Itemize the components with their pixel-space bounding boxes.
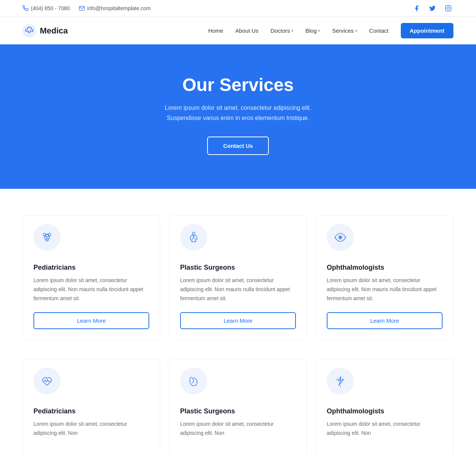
svg-point-11 [192, 232, 195, 235]
service-card-pediatricians: Pediatricians Lorem ipsum dolor sit amet… [23, 215, 160, 340]
doctors-chevron-icon: ▾ [291, 29, 293, 33]
contact-us-button[interactable]: Contact Us [207, 137, 268, 155]
svg-line-15 [337, 378, 338, 380]
social-links [411, 3, 453, 14]
services-grid-2: Pediatricians Lorem ipsum dolor sit amet… [23, 359, 453, 454]
svg-point-9 [48, 236, 49, 237]
stomach-icon [186, 374, 201, 388]
nerve-icon [333, 374, 347, 388]
service-desc-3: Lorem ipsum dolor sit amet, consectetur … [327, 276, 443, 303]
service-desc-2: Lorem ipsum dolor sit amet, consectetur … [180, 276, 296, 303]
mail-icon [79, 5, 85, 11]
svg-point-2 [23, 24, 36, 38]
surgery-icon [186, 230, 201, 244]
service-title-5: Plastic Surgeons [180, 407, 296, 415]
service-card-plastic-surgeons: Plastic Surgeons Lorem ipsum dolor sit a… [169, 215, 307, 340]
service-title-6: Ophthalmologists [327, 407, 443, 415]
service-title-2: Plastic Surgeons [180, 264, 296, 272]
service-desc-5: Lorem ipsum dolor sit amet, consectetur … [180, 420, 296, 438]
services-row-1: Pediatricians Lorem ipsum dolor sit amet… [0, 189, 476, 355]
nav-about[interactable]: About Us [235, 27, 259, 34]
heart-icon [40, 374, 54, 388]
nav-home[interactable]: Home [208, 27, 223, 34]
nav-services[interactable]: Services ▾ [332, 27, 357, 34]
svg-point-3 [27, 30, 29, 31]
learn-more-button-3[interactable]: Learn More [327, 312, 443, 329]
service-title-1: Pediatricians [33, 264, 149, 272]
hero-title: Our Services [23, 74, 453, 95]
blog-chevron-icon: ▾ [318, 29, 320, 33]
twitter-icon[interactable] [427, 3, 438, 14]
service-title-4: Pediatricians [33, 407, 149, 415]
instagram-icon[interactable] [443, 3, 453, 14]
svg-point-4 [30, 30, 32, 31]
nav-doctors[interactable]: Doctors ▾ [271, 27, 294, 34]
service-card-gastroenterologists: Plastic Surgeons Lorem ipsum dolor sit a… [169, 359, 307, 454]
learn-more-button-1[interactable]: Learn More [33, 312, 149, 329]
service-title-3: Ophthalmologists [327, 264, 443, 272]
nav-blog[interactable]: Blog ▾ [305, 27, 320, 34]
services-grid-1: Pediatricians Lorem ipsum dolor sit amet… [23, 215, 453, 340]
heart-icon-wrap [33, 367, 61, 395]
facebook-icon[interactable] [411, 3, 422, 14]
svg-point-14 [340, 237, 341, 238]
phone-contact: (404) 850 - 7080 [23, 5, 70, 11]
navbar: Medica Home About Us Doctors ▾ Blog ▾ Se… [0, 17, 476, 44]
phone-number: (404) 850 - 7080 [31, 5, 70, 11]
email-contact: info@hospitaltemplate.com [79, 5, 151, 11]
plastic-surgeons-icon-wrap [180, 224, 207, 251]
logo-icon [23, 24, 36, 38]
svg-point-5 [44, 234, 50, 240]
email-address: info@hospitaltemplate.com [87, 5, 151, 11]
pediatricians-icon-wrap [33, 224, 61, 251]
services-chevron-icon: ▾ [355, 29, 357, 33]
service-card-ophthalmologists: Ophthalmologists Lorem ipsum dolor sit a… [316, 215, 453, 340]
service-card-cardiologists: Pediatricians Lorem ipsum dolor sit amet… [23, 359, 160, 454]
hero-section: Our Services Lorem ipsum dolor sit amet,… [0, 44, 476, 189]
service-card-neurologists: Ophthalmologists Lorem ipsum dolor sit a… [316, 359, 453, 454]
brand-name: Medica [40, 26, 68, 36]
top-bar: (404) 850 - 7080 info@hospitaltemplate.c… [0, 0, 476, 17]
top-bar-contacts: (404) 850 - 7080 info@hospitaltemplate.c… [23, 5, 151, 11]
service-desc-4: Lorem ipsum dolor sit amet, consectetur … [33, 420, 149, 438]
services-row-2: Pediatricians Lorem ipsum dolor sit amet… [0, 355, 476, 454]
nav-contact[interactable]: Contact [369, 27, 389, 34]
logo[interactable]: Medica [23, 24, 68, 38]
learn-more-button-2[interactable]: Learn More [180, 312, 296, 329]
ophthalmologists-icon-wrap [327, 224, 354, 251]
svg-point-8 [45, 236, 46, 237]
stomach-icon-wrap [180, 367, 207, 395]
nerve-icon-wrap [327, 367, 354, 395]
svg-rect-0 [446, 6, 451, 11]
service-desc-1: Lorem ipsum dolor sit amet, consectetur … [33, 276, 149, 303]
phone-icon [23, 5, 29, 11]
service-desc-6: Lorem ipsum dolor sit amet, consectetur … [327, 420, 443, 438]
appointment-button[interactable]: Appointment [401, 23, 453, 38]
pediatric-icon [40, 230, 54, 244]
eye-icon [333, 230, 347, 244]
hero-subtitle: Lorem ipsum dolor sit amet, consectetur … [23, 103, 453, 123]
nav-links: Home About Us Doctors ▾ Blog ▾ Services … [208, 23, 453, 38]
